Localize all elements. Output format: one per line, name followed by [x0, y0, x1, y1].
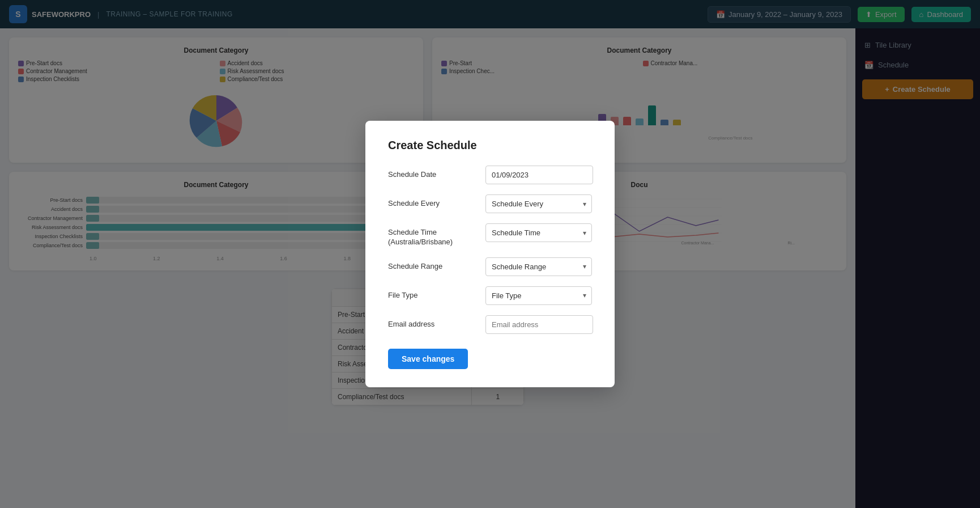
email-label: Email address	[388, 315, 479, 329]
email-input[interactable]	[485, 315, 593, 334]
schedule-date-input[interactable]	[485, 166, 593, 184]
form-row-email: Email address	[388, 315, 592, 334]
form-row-date: Schedule Date	[388, 166, 592, 184]
schedule-time-select[interactable]: Schedule Time6:00 AM9:00 AM12:00 PM3:00 …	[485, 223, 592, 242]
schedule-every-wrapper: Schedule EveryDailyWeeklyMonthly	[485, 194, 592, 213]
form-row-range: Schedule Range Schedule RangeThis WeekTh…	[388, 257, 592, 276]
schedule-time-label: Schedule Time (Australia/Brisbane)	[388, 223, 479, 247]
schedule-every-label: Schedule Every	[388, 194, 479, 209]
file-type-select[interactable]: File TypePDFExcelCSV	[485, 286, 592, 305]
schedule-range-wrapper: Schedule RangeThis WeekThis MonthThis Ye…	[485, 257, 592, 276]
form-row-every: Schedule Every Schedule EveryDailyWeekly…	[388, 194, 592, 213]
schedule-range-label: Schedule Range	[388, 257, 479, 272]
form-row-time: Schedule Time (Australia/Brisbane) Sched…	[388, 223, 592, 247]
save-button[interactable]: Save changes	[388, 349, 468, 369]
file-type-wrapper: File TypePDFExcelCSV	[485, 286, 592, 305]
modal-overlay[interactable]: Create Schedule Schedule Date Schedule E…	[0, 0, 980, 508]
schedule-time-wrapper: Schedule Time6:00 AM9:00 AM12:00 PM3:00 …	[485, 223, 592, 242]
schedule-range-select[interactable]: Schedule RangeThis WeekThis MonthThis Ye…	[485, 257, 592, 276]
schedule-date-label: Schedule Date	[388, 166, 479, 180]
modal-title: Create Schedule	[388, 139, 592, 152]
schedule-every-select[interactable]: Schedule EveryDailyWeeklyMonthly	[485, 194, 592, 213]
form-row-filetype: File Type File TypePDFExcelCSV	[388, 286, 592, 305]
create-schedule-modal: Create Schedule Schedule Date Schedule E…	[365, 121, 615, 387]
file-type-label: File Type	[388, 286, 479, 300]
